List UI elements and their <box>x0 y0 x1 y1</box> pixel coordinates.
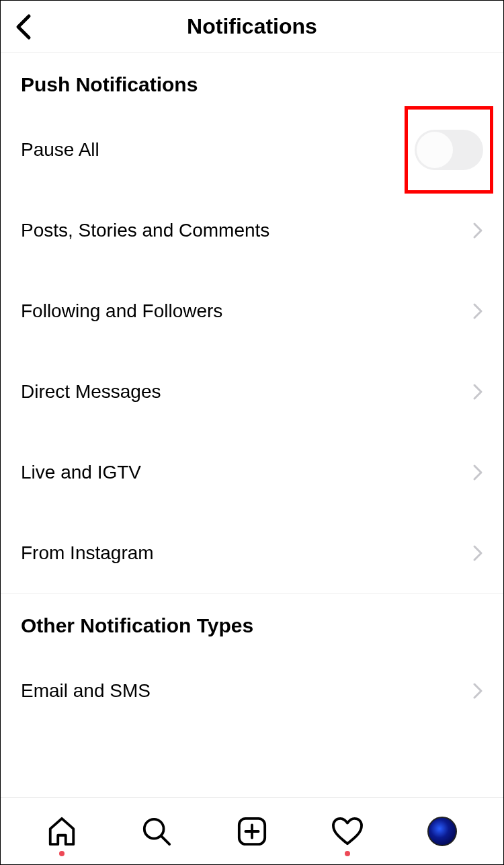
nav-home[interactable] <box>45 815 79 848</box>
back-button[interactable] <box>14 13 32 40</box>
toggle-knob <box>417 132 453 168</box>
chevron-right-icon <box>472 383 483 401</box>
pause-all-label: Pause All <box>21 139 99 161</box>
chevron-left-icon <box>14 13 32 40</box>
row-email-sms[interactable]: Email and SMS <box>1 651 503 731</box>
nav-activity[interactable] <box>331 815 364 848</box>
page-title: Notifications <box>1 14 503 39</box>
row-from-instagram[interactable]: From Instagram <box>1 513 503 593</box>
chevron-right-icon <box>472 544 483 562</box>
chevron-right-icon <box>472 682 483 700</box>
chevron-right-icon <box>472 302 483 320</box>
row-following-followers[interactable]: Following and Followers <box>1 271 503 352</box>
heart-icon <box>331 817 364 846</box>
row-label: Direct Messages <box>21 381 161 403</box>
notification-dot <box>59 851 65 856</box>
row-label: From Instagram <box>21 542 154 564</box>
search-icon <box>141 816 172 847</box>
row-label: Email and SMS <box>21 680 151 702</box>
nav-create[interactable] <box>235 815 269 848</box>
chevron-right-icon <box>472 222 483 239</box>
avatar <box>427 817 457 846</box>
row-label: Following and Followers <box>21 300 222 322</box>
header: Notifications <box>1 1 503 53</box>
section-header-push: Push Notifications <box>1 53 503 110</box>
svg-point-0 <box>144 819 164 838</box>
row-label: Posts, Stories and Comments <box>21 220 269 241</box>
row-direct-messages[interactable]: Direct Messages <box>1 352 503 432</box>
row-live-igtv[interactable]: Live and IGTV <box>1 432 503 513</box>
row-posts-stories-comments[interactable]: Posts, Stories and Comments <box>1 190 503 271</box>
nav-search[interactable] <box>140 815 173 848</box>
plus-square-icon <box>237 816 267 847</box>
notification-dot <box>345 851 350 856</box>
chevron-right-icon <box>472 464 483 481</box>
content: Push Notifications Pause All Posts, Stor… <box>1 53 503 797</box>
section-header-other: Other Notification Types <box>1 594 503 651</box>
pause-all-toggle[interactable] <box>415 130 483 170</box>
home-icon <box>46 816 77 847</box>
row-label: Live and IGTV <box>21 462 141 483</box>
row-pause-all: Pause All <box>1 110 503 190</box>
bottom-nav <box>1 797 503 864</box>
nav-profile[interactable] <box>425 815 459 848</box>
